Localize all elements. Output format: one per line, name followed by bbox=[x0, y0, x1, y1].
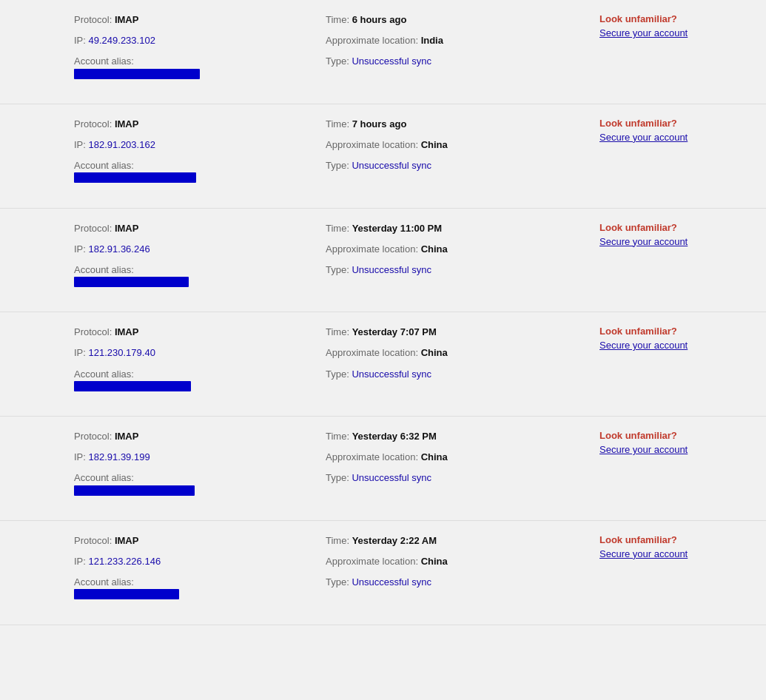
alias-bar bbox=[74, 277, 189, 287]
protocol-field: Protocol: IMAP bbox=[74, 326, 326, 339]
alias-field: Account alias: bbox=[74, 55, 326, 82]
activity-row: Protocol: IMAP IP: 182.91.36.246 Account… bbox=[0, 209, 766, 313]
ip-field: IP: 121.233.226.146 bbox=[74, 555, 326, 568]
type-label: Type: bbox=[326, 264, 352, 275]
alias-field: Account alias: bbox=[74, 368, 326, 395]
secure-account-link[interactable]: Secure your account bbox=[599, 27, 751, 38]
type-value: Unsuccessful sync bbox=[352, 368, 431, 380]
protocol-label: Protocol: bbox=[74, 118, 115, 129]
location-label: Approximate location: bbox=[326, 556, 421, 567]
protocol-label: Protocol: bbox=[74, 14, 115, 25]
location-label: Approximate location: bbox=[326, 35, 421, 46]
location-field: Approximate location: China bbox=[326, 138, 592, 152]
time-field: Time: Yesterday 7:07 PM bbox=[326, 326, 592, 339]
protocol-value: IMAP bbox=[115, 223, 139, 234]
time-label: Time: bbox=[326, 14, 352, 25]
ip-label: IP: bbox=[74, 243, 89, 255]
ip-value: 121.230.179.40 bbox=[89, 347, 155, 358]
type-field: Type: Unsuccessful sync bbox=[326, 471, 592, 485]
protocol-field: Protocol: IMAP bbox=[74, 430, 326, 443]
type-label: Type: bbox=[326, 576, 352, 588]
type-value: Unsuccessful sync bbox=[352, 576, 431, 588]
alias-label: Account alias: bbox=[74, 576, 134, 588]
col-security: Look unfamiliar? Secure your account bbox=[592, 118, 751, 143]
ip-field: IP: 182.91.39.199 bbox=[74, 451, 326, 464]
col-protocol-ip: Protocol: IMAP IP: 182.91.36.246 Account… bbox=[74, 222, 326, 299]
type-label: Type: bbox=[326, 160, 352, 171]
time-label: Time: bbox=[326, 326, 352, 337]
ip-field: IP: 182.91.203.162 bbox=[74, 138, 326, 152]
ip-value: 182.91.39.199 bbox=[89, 451, 150, 462]
ip-label: IP: bbox=[74, 556, 89, 567]
activity-row: Protocol: IMAP IP: 121.233.226.146 Accou… bbox=[0, 521, 766, 625]
location-field: Approximate location: China bbox=[326, 555, 592, 568]
alias-bar bbox=[74, 69, 200, 79]
secure-account-link[interactable]: Secure your account bbox=[599, 132, 751, 143]
protocol-field: Protocol: IMAP bbox=[74, 118, 326, 131]
secure-account-link[interactable]: Secure your account bbox=[599, 444, 751, 455]
col-security: Look unfamiliar? Secure your account bbox=[592, 222, 751, 247]
col-security: Look unfamiliar? Secure your account bbox=[592, 13, 751, 38]
activity-row: Protocol: IMAP IP: 121.230.179.40 Accoun… bbox=[0, 312, 766, 417]
location-field: Approximate location: China bbox=[326, 451, 592, 464]
time-value: Yesterday 11:00 PM bbox=[352, 223, 442, 234]
protocol-value: IMAP bbox=[115, 535, 139, 546]
col-time-location: Time: Yesterday 11:00 PM Approximate loc… bbox=[326, 222, 592, 285]
protocol-label: Protocol: bbox=[74, 431, 115, 442]
alias-label: Account alias: bbox=[74, 264, 134, 275]
location-field: Approximate location: China bbox=[326, 346, 592, 360]
ip-field: IP: 121.230.179.40 bbox=[74, 346, 326, 360]
col-security: Look unfamiliar? Secure your account bbox=[592, 326, 751, 351]
time-label: Time: bbox=[326, 223, 352, 234]
secure-account-link[interactable]: Secure your account bbox=[599, 340, 751, 351]
col-time-location: Time: Yesterday 2:22 AM Approximate loca… bbox=[326, 534, 592, 597]
protocol-field: Protocol: IMAP bbox=[74, 534, 326, 548]
alias-label: Account alias: bbox=[74, 160, 134, 171]
look-unfamiliar-text: Look unfamiliar? bbox=[599, 430, 751, 441]
ip-label: IP: bbox=[74, 451, 89, 462]
alias-label: Account alias: bbox=[74, 472, 134, 483]
ip-label: IP: bbox=[74, 347, 89, 358]
time-field: Time: Yesterday 6:32 PM bbox=[326, 430, 592, 443]
alias-field: Account alias: bbox=[74, 576, 326, 603]
time-label: Time: bbox=[326, 118, 352, 129]
look-unfamiliar-text: Look unfamiliar? bbox=[599, 326, 751, 337]
look-unfamiliar-text: Look unfamiliar? bbox=[599, 534, 751, 545]
alias-field: Account alias: bbox=[74, 471, 326, 499]
look-unfamiliar-text: Look unfamiliar? bbox=[599, 13, 751, 24]
ip-value: 49.249.233.102 bbox=[89, 35, 155, 46]
col-protocol-ip: Protocol: IMAP IP: 121.233.226.146 Accou… bbox=[74, 534, 326, 611]
secure-account-link[interactable]: Secure your account bbox=[599, 548, 751, 559]
location-value: China bbox=[421, 556, 448, 567]
alias-bar bbox=[74, 381, 191, 391]
type-field: Type: Unsuccessful sync bbox=[326, 368, 592, 381]
time-label: Time: bbox=[326, 431, 352, 442]
time-field: Time: 7 hours ago bbox=[326, 118, 592, 131]
time-value: Yesterday 2:22 AM bbox=[352, 535, 437, 546]
alias-bar bbox=[74, 172, 196, 183]
col-time-location: Time: 6 hours ago Approximate location: … bbox=[326, 13, 592, 76]
location-value: China bbox=[421, 243, 448, 255]
secure-account-link[interactable]: Secure your account bbox=[599, 236, 751, 247]
alias-label: Account alias: bbox=[74, 55, 134, 67]
type-value: Unsuccessful sync bbox=[352, 55, 431, 67]
alias-label: Account alias: bbox=[74, 368, 134, 380]
col-protocol-ip: Protocol: IMAP IP: 182.91.39.199 Account… bbox=[74, 430, 326, 507]
ip-value: 182.91.36.246 bbox=[89, 243, 150, 255]
col-time-location: Time: Yesterday 6:32 PM Approximate loca… bbox=[326, 430, 592, 493]
location-label: Approximate location: bbox=[326, 139, 421, 150]
type-label: Type: bbox=[326, 55, 352, 67]
ip-field: IP: 49.249.233.102 bbox=[74, 34, 326, 47]
ip-value: 182.91.203.162 bbox=[89, 139, 155, 150]
type-value: Unsuccessful sync bbox=[352, 472, 431, 483]
ip-label: IP: bbox=[74, 139, 89, 150]
activity-row: Protocol: IMAP IP: 182.91.203.162 Accoun… bbox=[0, 104, 766, 209]
location-label: Approximate location: bbox=[326, 243, 421, 255]
protocol-value: IMAP bbox=[115, 431, 139, 442]
alias-field: Account alias: bbox=[74, 159, 326, 186]
look-unfamiliar-text: Look unfamiliar? bbox=[599, 118, 751, 129]
ip-value: 121.233.226.146 bbox=[89, 556, 161, 567]
type-field: Type: Unsuccessful sync bbox=[326, 263, 592, 277]
location-value: China bbox=[421, 139, 448, 150]
ip-label: IP: bbox=[74, 35, 89, 46]
